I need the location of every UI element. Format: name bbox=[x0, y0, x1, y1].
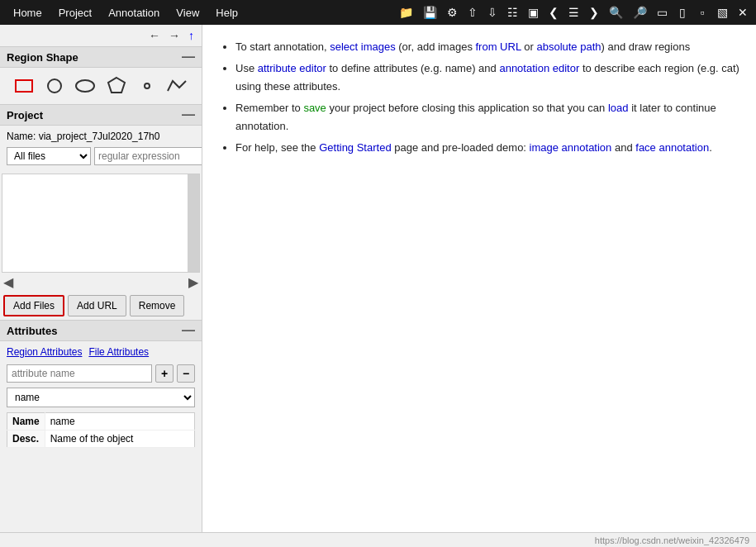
attr-remove-button[interactable]: − bbox=[177, 364, 195, 383]
nav-left-icon[interactable]: ← bbox=[146, 28, 163, 43]
attr-name-input[interactable] bbox=[7, 364, 152, 383]
link-absolute-path[interactable]: absolute path bbox=[536, 40, 601, 53]
attributes-content: Region Attributes File Attributes + − na… bbox=[0, 341, 202, 453]
remove-button[interactable]: Remove bbox=[130, 295, 185, 316]
grid-icon[interactable]: ☷ bbox=[504, 4, 521, 21]
prev-icon[interactable]: ❮ bbox=[545, 4, 562, 21]
link-attribute-editor[interactable]: attribute editor bbox=[258, 62, 326, 74]
attr-name-row: + − bbox=[7, 364, 195, 383]
attr-row-val-0: name bbox=[45, 413, 194, 430]
point-tool[interactable] bbox=[136, 74, 159, 98]
project-name: Name: via_project_7Jul2020_17h0 bbox=[7, 131, 195, 142]
file-buttons: Add Files Add URL Remove bbox=[0, 292, 202, 320]
next-icon[interactable]: ❯ bbox=[586, 4, 602, 21]
file-list-next-icon[interactable]: ▶ bbox=[188, 274, 198, 290]
zoom-out-icon[interactable]: 🔎 bbox=[630, 4, 650, 21]
attributes-collapse[interactable]: ― bbox=[182, 324, 195, 337]
zoom-in-icon[interactable]: 🔍 bbox=[606, 4, 626, 21]
file-list-prev-icon[interactable]: ◀ bbox=[3, 274, 13, 290]
region-shape-tools bbox=[0, 68, 202, 104]
project-header: Project ― bbox=[0, 104, 202, 126]
upload-icon[interactable]: ⇧ bbox=[464, 4, 481, 21]
attr-row-val-1: Name of the object bbox=[45, 430, 194, 448]
list-icon[interactable]: ☰ bbox=[565, 4, 582, 21]
link-annotation-editor[interactable]: annotation editor bbox=[499, 62, 579, 74]
sidebar-nav: ← → ↑ bbox=[0, 25, 202, 46]
polygon-tool[interactable] bbox=[105, 74, 128, 98]
list-item-3: For help, see the Getting Started page a… bbox=[235, 139, 739, 157]
nav-up-icon[interactable]: ↑ bbox=[186, 28, 197, 43]
link-from-url[interactable]: from URL bbox=[476, 40, 521, 53]
main-content: To start annotation, select images (or, … bbox=[202, 25, 756, 532]
download-icon[interactable]: ⇩ bbox=[484, 4, 501, 21]
attr-tabs: Region Attributes File Attributes bbox=[7, 346, 195, 358]
file-filter-row: All files Selected files bbox=[7, 147, 195, 165]
main-layout: ← → ↑ Region Shape ― bbox=[0, 25, 756, 532]
link-save[interactable]: save bbox=[303, 102, 326, 114]
file-list-nav: ◀ ▶ bbox=[0, 273, 202, 292]
polyline-tool[interactable] bbox=[166, 74, 189, 98]
add-url-button[interactable]: Add URL bbox=[68, 295, 126, 316]
link-face-annotation[interactable]: face annotation bbox=[635, 141, 709, 154]
project-collapse[interactable]: ― bbox=[182, 108, 195, 121]
instruction-list: To start annotation, select images (or, … bbox=[219, 38, 739, 158]
file-attributes-tab[interactable]: File Attributes bbox=[88, 346, 149, 358]
attr-row-key-1: Desc. bbox=[7, 430, 45, 448]
attributes-header: Attributes ― bbox=[0, 320, 202, 341]
attr-table: Name name Desc. Name of the object bbox=[7, 412, 195, 448]
region-attributes-tab[interactable]: Region Attributes bbox=[7, 346, 82, 358]
image-icon[interactable]: ▣ bbox=[525, 4, 542, 21]
project-name-value: via_project_7Jul2020_17h0 bbox=[39, 131, 160, 142]
menu-help[interactable]: Help bbox=[207, 3, 246, 22]
close-icon[interactable]: ✕ bbox=[735, 4, 751, 21]
attributes-title: Attributes bbox=[7, 325, 57, 337]
status-url: https://blog.csdn.net/weixin_42326479 bbox=[595, 535, 749, 545]
project-name-label: Name: bbox=[7, 131, 36, 142]
table-row: Name name bbox=[7, 413, 195, 430]
add-files-button[interactable]: Add Files bbox=[3, 295, 64, 316]
link-image-annotation[interactable]: image annotation bbox=[530, 141, 612, 154]
save-icon[interactable]: 💾 bbox=[420, 4, 440, 21]
attr-row-key-0: Name bbox=[7, 413, 45, 430]
link-select-images[interactable]: select images bbox=[330, 40, 395, 53]
menubar: Home Project Annotation View Help 📁 💾 ⚙ … bbox=[0, 0, 756, 25]
menu-project[interactable]: Project bbox=[50, 3, 100, 22]
rectangle-tool[interactable] bbox=[12, 74, 36, 98]
file-list-scrollbar[interactable] bbox=[188, 174, 199, 272]
region-shape-header: Region Shape ― bbox=[0, 46, 202, 68]
statusbar: https://blog.csdn.net/weixin_42326479 bbox=[0, 532, 756, 547]
copy-icon[interactable]: ▯ bbox=[674, 4, 691, 21]
svg-marker-0 bbox=[108, 78, 125, 93]
list-item-1: Use attribute editor to define attribute… bbox=[235, 59, 739, 96]
list-item-0: To start annotation, select images (or, … bbox=[235, 38, 739, 56]
settings-icon[interactable]: ⚙ bbox=[444, 4, 461, 21]
menu-view[interactable]: View bbox=[168, 3, 207, 22]
file-filter-input[interactable] bbox=[94, 147, 202, 165]
ellipse-tool[interactable] bbox=[74, 74, 97, 98]
region-shape-collapse[interactable]: ― bbox=[182, 50, 195, 64]
project-content: Name: via_project_7Jul2020_17h0 All file… bbox=[0, 126, 202, 174]
link-load[interactable]: load bbox=[608, 102, 629, 114]
region-shape-title: Region Shape bbox=[7, 51, 78, 64]
clipboard-icon[interactable]: ▫ bbox=[694, 4, 711, 21]
sidebar: ← → ↑ Region Shape ― bbox=[0, 25, 202, 532]
open-folder-icon[interactable]: 📁 bbox=[396, 4, 416, 21]
menu-home[interactable]: Home bbox=[5, 3, 50, 22]
attr-add-button[interactable]: + bbox=[155, 364, 174, 383]
project-title: Project bbox=[7, 109, 43, 121]
frame-icon[interactable]: ▭ bbox=[654, 4, 671, 21]
list-item-2: Remember to save your project before clo… bbox=[235, 99, 739, 136]
menu-annotation[interactable]: Annotation bbox=[100, 3, 168, 22]
nav-right-icon[interactable]: → bbox=[166, 28, 183, 43]
file-filter-select[interactable]: All files Selected files bbox=[7, 147, 91, 165]
attr-select-row: name bbox=[7, 388, 195, 407]
attr-type-select[interactable]: name bbox=[7, 388, 195, 407]
table-row: Desc. Name of the object bbox=[7, 430, 195, 448]
grid2-icon[interactable]: ▧ bbox=[714, 4, 731, 21]
file-list-area bbox=[2, 174, 200, 273]
toolbar-icons: 📁 💾 ⚙ ⇧ ⇩ ☷ ▣ ❮ ☰ ❯ 🔍 🔎 ▭ ▯ ▫ ▧ ✕ bbox=[396, 4, 751, 21]
link-getting-started[interactable]: Getting Started bbox=[319, 141, 391, 154]
circle-tool[interactable] bbox=[43, 74, 66, 98]
